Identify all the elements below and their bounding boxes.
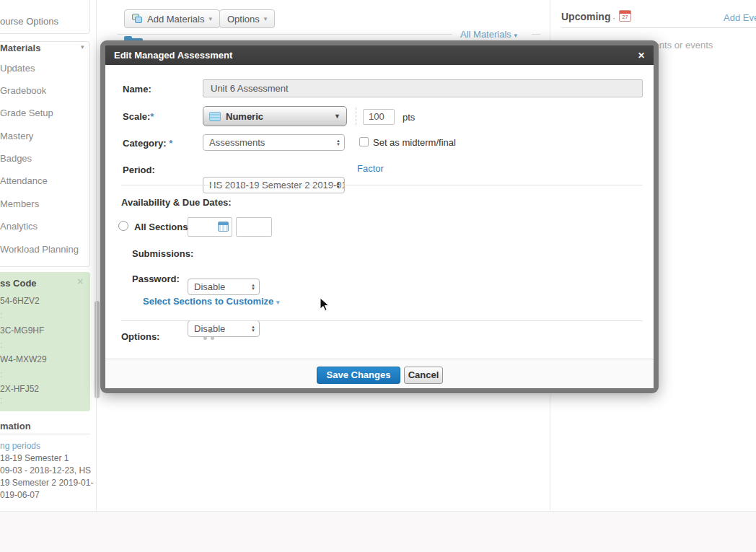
access-code-label: : (0, 369, 2, 380)
loading-dot (211, 336, 214, 340)
points-field[interactable]: 100 (363, 109, 395, 125)
sidebar-item-updates[interactable]: Updates (0, 63, 35, 74)
add-materials-caret-icon (208, 15, 212, 22)
sidebar-item-workload-planning[interactable]: Workload Planning (0, 244, 79, 255)
calendar-day-number: 27 (620, 14, 630, 19)
required-asterisk: * (150, 111, 154, 122)
materials-filter-rule-left (118, 34, 452, 35)
scale-label: Scale:* (123, 111, 154, 122)
select-stepper-icon (251, 284, 255, 291)
page-footer-strip (0, 511, 756, 552)
modal-header: Edit Managed Assessment ✕ (105, 45, 654, 65)
sidebar-item-gradebook[interactable]: Gradebook (0, 85, 46, 96)
sidebar-item-grade-setup[interactable]: Grade Setup (0, 108, 53, 118)
password-label: Password: (132, 273, 180, 284)
add-event-link[interactable]: Add Event (724, 12, 756, 23)
all-sections-label: All Sections (134, 222, 188, 232)
grading-periods-link[interactable]: ng periods (0, 441, 40, 451)
access-code-label: : (0, 395, 2, 406)
category-value: Assessments (209, 137, 265, 148)
access-code-close-icon[interactable]: × (77, 276, 83, 287)
select-stepper-icon (251, 325, 255, 333)
name-field[interactable]: Unit 6 Assessment (203, 79, 643, 97)
modal-title: Edit Managed Assessment (114, 50, 638, 61)
sidebar-item-badges[interactable]: Badges (0, 153, 32, 164)
select-stepper-icon (336, 139, 340, 146)
sidebar-item-mastery[interactable]: Mastery (0, 131, 33, 141)
modal-body: Name: Unit 6 Assessment Scale:* Numeric … (105, 65, 654, 388)
cancel-button[interactable]: Cancel (404, 367, 443, 384)
upcoming-separator: · (612, 12, 615, 23)
section-divider (121, 320, 643, 321)
category-label: Category: * (123, 138, 172, 149)
options-label: Options: (121, 331, 159, 342)
category-select[interactable]: Assessments (203, 134, 345, 151)
access-code-value: 2X-HFJ52 (0, 384, 39, 394)
modal-close-icon[interactable]: ✕ (638, 51, 645, 61)
loading-dot (208, 329, 212, 333)
all-materials-label: All Materials (460, 29, 511, 40)
info-divider (0, 434, 90, 434)
submissions-label: Submissions: (132, 248, 193, 259)
select-sections-caret-icon (276, 299, 280, 306)
password-select[interactable]: Disable (188, 320, 260, 337)
save-changes-button[interactable]: Save Changes (317, 367, 400, 384)
add-materials-icon (132, 14, 143, 24)
scale-separator (356, 108, 356, 125)
info-line: 19 Semester 2 2019-01- (0, 478, 93, 488)
modal-footer: Save Changes Cancel (105, 359, 654, 388)
info-line: 09-03 - 2018-12-23, HS (0, 465, 91, 476)
all-materials-filter[interactable]: All Materials (460, 29, 517, 40)
select-sections-link[interactable]: Select Sections to Customize (143, 296, 279, 307)
select-sections-label: Select Sections to Customize (143, 296, 273, 307)
info-line: 019-06-07 (0, 490, 40, 500)
points-unit-label: pts (403, 112, 415, 123)
add-materials-button[interactable]: Add Materials (124, 9, 220, 28)
due-time-field[interactable] (236, 217, 272, 237)
midterm-label: Set as midterm/final (373, 137, 456, 148)
edit-managed-assessment-modal: Edit Managed Assessment ✕ Name: Unit 6 A… (100, 40, 659, 393)
materials-filter-rule-right (532, 34, 540, 35)
access-code-value: 54-6HZV2 (0, 296, 40, 306)
numeric-scale-icon (209, 112, 221, 121)
midterm-checkbox[interactable] (359, 137, 369, 146)
add-materials-label: Add Materials (147, 14, 204, 25)
section-divider (121, 185, 643, 185)
factor-link[interactable]: Factor (357, 163, 384, 174)
options-label: Options (227, 14, 260, 25)
sidebar-item-attendance[interactable]: Attendance (0, 175, 48, 186)
options-caret-icon (264, 15, 268, 22)
dropdown-arrow-icon (334, 113, 340, 120)
required-asterisk: * (169, 138, 172, 149)
info-section-title: mation (0, 421, 31, 431)
period-label: Period: (123, 165, 155, 175)
loading-dot (203, 336, 207, 340)
access-code-value: W4-MXW29 (0, 354, 47, 364)
due-date-field[interactable] (188, 217, 232, 237)
materials-caret-icon[interactable] (81, 43, 84, 51)
course-options-link[interactable]: ourse Options (0, 16, 58, 27)
scale-value: Numeric (226, 111, 329, 122)
options-button[interactable]: Options (219, 9, 275, 28)
name-label: Name: (123, 84, 151, 95)
sidebar-item-materials[interactable]: Materials (0, 43, 40, 53)
submissions-value: Disable (194, 281, 225, 292)
access-code-label: : (0, 310, 2, 320)
submissions-select[interactable]: Disable (188, 279, 260, 295)
availability-heading: Availability & Due Dates: (121, 197, 232, 208)
access-code-value: 3C-MG9HF (0, 325, 44, 336)
access-code-label: : (0, 340, 2, 350)
all-sections-radio[interactable] (118, 221, 128, 231)
access-code-title: ss Code (0, 278, 37, 289)
upcoming-title: Upcoming (561, 11, 610, 22)
sidebar-item-members[interactable]: Members (0, 198, 39, 209)
upcoming-calendar-icon: 27 (619, 10, 631, 22)
info-line: 18-19 Semester 1 (0, 453, 69, 463)
date-picker-calendar-icon[interactable] (218, 222, 229, 232)
sidebar-item-analytics[interactable]: Analytics (0, 221, 38, 232)
sidebar-main-divider (96, 0, 97, 511)
upcoming-divider (561, 27, 756, 28)
scale-dropdown[interactable]: Numeric (203, 106, 347, 126)
mouse-cursor (320, 297, 330, 312)
all-materials-caret-icon (514, 32, 517, 39)
